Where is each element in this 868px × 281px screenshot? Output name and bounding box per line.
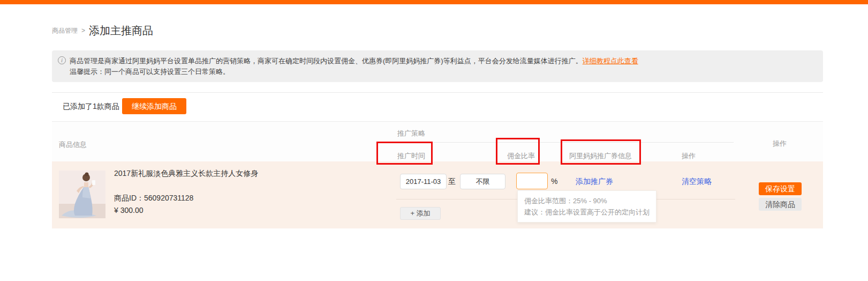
header-action-main: 操作 <box>773 139 787 149</box>
info-banner-tip: 温馨提示：同一个商品可以支持设置三个日常策略。 <box>70 66 814 77</box>
top-accent-bar <box>0 0 868 4</box>
add-strategy-button[interactable]: + 添加 <box>400 207 441 220</box>
product-title: 2017新礼服淡色典雅主义长款主持人女修身 <box>114 169 339 179</box>
product-image <box>59 171 105 218</box>
page: 商品管理 > 添加主推商品 i 商品管理是商家通过阿里妈妈平台设置单品推广的营销… <box>0 0 868 281</box>
tooltip-advice-line: 建议：佣金比率设置高于公开的定向计划 <box>524 206 650 218</box>
info-icon: i <box>58 56 66 64</box>
header-action-sub: 操作 <box>682 151 696 161</box>
header-strategy-group: 推广策略 <box>397 129 425 138</box>
save-settings-button[interactable]: 保存设置 <box>759 182 802 195</box>
strategy-group-divider <box>396 142 734 143</box>
breadcrumb-product-management[interactable]: 商品管理 <box>52 26 78 35</box>
breadcrumb-separator: > <box>81 27 85 34</box>
product-price: ¥ 300.00 <box>114 206 144 215</box>
added-count-text: 已添加了1款商品 <box>63 102 119 112</box>
header-promo-time: 推广时间 <box>397 151 425 161</box>
breadcrumb: 商品管理 > 添加主推商品 <box>52 23 153 39</box>
tutorial-link[interactable]: 详细教程点此查看 <box>583 57 638 65</box>
percent-label: % <box>551 177 557 186</box>
header-coupon-info: 阿里妈妈推广券信息 <box>569 151 632 161</box>
product-row: 2017新礼服淡色典雅主义长款主持人女修身 商品ID：560920731128 … <box>52 161 823 228</box>
clear-strategy-link[interactable]: 清空策略 <box>682 177 712 187</box>
page-title: 添加主推商品 <box>89 24 153 38</box>
tooltip-range-line: 佣金比率范围：25% - 90% <box>524 195 650 206</box>
remove-product-button[interactable]: 清除商品 <box>759 198 802 211</box>
product-id: 商品ID：560920731128 <box>114 194 193 203</box>
commission-tooltip: 佣金比率范围：25% - 90% 建议：佣金比率设置高于公开的定向计划 <box>517 190 656 223</box>
section-divider <box>52 92 823 93</box>
commission-rate-input[interactable] <box>516 173 548 189</box>
continue-add-product-button[interactable]: 继续添加商品 <box>122 98 186 114</box>
table-header: 商品信息 推广策略 推广时间 佣金比率 阿里妈妈推广券信息 操作 操作 <box>52 121 823 161</box>
info-banner: i 商品管理是商家通过阿里妈妈平台设置单品推广的营销策略，商家可在确定时间段内设… <box>52 50 823 82</box>
header-commission-rate: 佣金比率 <box>507 151 535 161</box>
info-banner-text: 商品管理是商家通过阿里妈妈平台设置单品推广的营销策略，商家可在确定时间段内设置佣… <box>70 56 814 66</box>
add-coupon-link[interactable]: 添加推广券 <box>576 177 613 187</box>
header-product-info: 商品信息 <box>59 140 87 150</box>
date-range-to-label: 至 <box>448 177 456 187</box>
start-date-input[interactable]: 2017-11-03 <box>400 174 447 189</box>
end-date-input[interactable]: 不限 <box>460 174 505 189</box>
